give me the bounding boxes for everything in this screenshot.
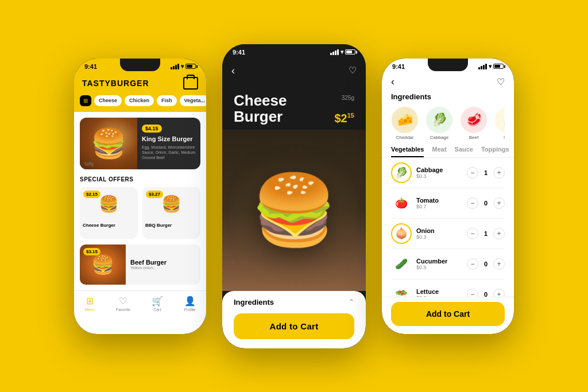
- lettuce-info: Lettuce $0.2: [416, 288, 462, 297]
- signal-3: [478, 64, 487, 69]
- onion-minus[interactable]: −: [467, 228, 478, 239]
- phone-3-screen: 9:41 ▾ ‹ ♡ Ingredients: [382, 59, 514, 334]
- wifi-3: ▾: [489, 63, 492, 69]
- p2-add-to-cart-btn[interactable]: Add to Cart: [234, 313, 354, 339]
- phone-1: 9:41 ▾ TASTYBURGER: [74, 59, 206, 334]
- beef-name: Beef Burger: [130, 259, 167, 266]
- status-icons-1: ▾: [171, 63, 196, 69]
- cabbage-qty-control: − 1 +: [467, 167, 505, 178]
- cabbage-qty: 1: [483, 169, 489, 176]
- p3-ingredients-area: Ingredients 🧀 Cheddar 🥬 Cabbage 🥩 Beef: [382, 90, 514, 140]
- nav-favorite[interactable]: ♡ Favorite: [116, 296, 130, 312]
- lettuce-plus[interactable]: +: [493, 289, 505, 297]
- sauce-label: Sa...: [504, 135, 505, 140]
- cabbage-img: 🥬: [426, 107, 452, 133]
- nav-profile[interactable]: 👤 Profile: [184, 296, 196, 312]
- onion-veg-img: 🧅: [391, 223, 412, 244]
- tab-toppings[interactable]: Toppings: [481, 146, 509, 157]
- tomato-plus[interactable]: +: [493, 197, 505, 209]
- phone-2-screen: 9:41 ▾ ‹ ♡ CheeseBurger 32: [222, 44, 366, 348]
- nav-menu[interactable]: ⊞ Menu: [84, 296, 95, 312]
- special-cheese-name: Cheese Burger: [80, 222, 138, 229]
- featured-card[interactable]: 🍔 $4.15 King Size Burger Egg, Mustard, W…: [80, 118, 200, 169]
- cat-veg[interactable]: Vegeta...: [180, 95, 206, 106]
- time-2: 9:41: [233, 49, 245, 56]
- onion-qty-control: − 1 +: [467, 228, 505, 239]
- cat-cheese[interactable]: Cheese: [94, 95, 122, 106]
- p3-tabs: Vegetables Meat Sauce Toppings: [382, 140, 514, 158]
- ingredient-circles: 🧀 Cheddar 🥬 Cabbage 🥩 Beef 🧂 Sa...: [391, 107, 505, 140]
- featured-price: $4.15: [142, 125, 162, 133]
- favorite-label: Favorite: [116, 308, 130, 312]
- beef-card[interactable]: 🍔 $3.15 Beef Burger Yellow onion...: [80, 244, 200, 285]
- phone-2: 9:41 ▾ ‹ ♡ CheeseBurger 32: [222, 44, 366, 348]
- p3-back-btn[interactable]: ‹: [391, 76, 394, 88]
- cabbage-name: Cabbage: [416, 166, 462, 173]
- p2-ingredients-row: Ingredients ⌃: [234, 298, 354, 306]
- bag-icon[interactable]: [183, 77, 198, 90]
- cabbage-minus[interactable]: −: [467, 167, 478, 178]
- time-1: 9:41: [84, 63, 97, 70]
- veg-list: 🥬 Cabbage $0.3 − 1 + 🍅 Tomato: [382, 158, 514, 297]
- special-bbq-price: $3.27: [146, 191, 163, 198]
- all-categories-btn[interactable]: ⊞: [80, 95, 91, 106]
- favorite-icon: ♡: [119, 296, 127, 306]
- p2-burger-container: 🍔: [222, 130, 366, 291]
- special-bbq[interactable]: 🍔 BBQ Burger $3.27: [142, 187, 200, 239]
- tab-sauce[interactable]: Sauce: [455, 146, 473, 157]
- cat-fish[interactable]: Fish: [157, 95, 177, 106]
- onion-info: Onion $0.3: [416, 227, 462, 240]
- ing-cabbage[interactable]: 🥬 Cabbage: [425, 107, 453, 140]
- onion-plus[interactable]: +: [493, 228, 505, 239]
- lettuce-minus[interactable]: −: [467, 289, 478, 297]
- ing-cheddar[interactable]: 🧀 Cheddar: [391, 107, 419, 140]
- special-cheese[interactable]: 🍔 Cheese Burger $2.15: [80, 187, 138, 239]
- tomato-info: Tomato $0.7: [416, 197, 462, 209]
- p3-add-to-cart-btn[interactable]: Add to Cart: [391, 302, 505, 326]
- menu-label: Menu: [84, 308, 95, 312]
- onion-price: $0.3: [416, 234, 462, 240]
- tomato-minus[interactable]: −: [467, 197, 478, 209]
- p2-weight: 325g: [342, 95, 354, 101]
- cucumber-minus[interactable]: −: [467, 258, 478, 270]
- status-icons-3: ▾: [478, 63, 504, 69]
- cabbage-info: Cabbage $0.3: [416, 166, 462, 179]
- onion-qty: 1: [483, 230, 489, 237]
- featured-weight: 525g: [84, 162, 94, 166]
- cucumber-qty: 0: [483, 261, 489, 267]
- notch-2: [274, 44, 314, 57]
- p2-chevron-up[interactable]: ⌃: [349, 298, 354, 306]
- p1-main: TASTYBURGER ⊞ Cheese Chicken Fish Vegeta…: [74, 72, 206, 334]
- lettuce-name: Lettuce: [416, 288, 462, 295]
- cheddar-label: Cheddar: [396, 135, 414, 140]
- profile-label: Profile: [184, 308, 196, 312]
- ing-sauce[interactable]: 🧂 Sa...: [494, 107, 505, 140]
- featured-name: King Size Burger: [142, 135, 196, 143]
- cheddar-img: 🧀: [392, 107, 418, 133]
- ing-beef[interactable]: 🥩 Beef: [460, 107, 488, 140]
- nav-cart[interactable]: 🛒 Cart: [152, 296, 163, 312]
- tab-meat[interactable]: Meat: [432, 146, 446, 157]
- cat-chicken[interactable]: Chicken: [125, 95, 154, 106]
- p2-back-btn[interactable]: ‹: [231, 65, 235, 77]
- cart-label: Cart: [153, 308, 161, 312]
- cabbage-price: $0.3: [416, 173, 462, 179]
- cucumber-price: $0.5: [416, 265, 462, 270]
- cucumber-plus[interactable]: +: [493, 258, 505, 270]
- menu-icon: ⊞: [86, 296, 94, 306]
- p3-heart-btn[interactable]: ♡: [497, 76, 505, 87]
- special-offers-title: SPECIAL OFFERS: [80, 176, 200, 183]
- tab-vegetables[interactable]: Vegetables: [391, 146, 424, 157]
- categories-bar: ⊞ Cheese Chicken Fish Vegeta...: [74, 95, 206, 112]
- onion-name: Onion: [416, 227, 462, 234]
- cucumber-veg-img: 🥒: [391, 254, 412, 274]
- status-icons-2: ▾: [330, 49, 355, 55]
- lettuce-qty: 0: [483, 291, 489, 297]
- p2-ingredients-label: Ingredients: [234, 298, 274, 306]
- p2-heart-btn[interactable]: ♡: [349, 65, 357, 77]
- p2-bottom-sheet: Ingredients ⌃ Add to Cart: [222, 291, 366, 348]
- tomato-name: Tomato: [416, 197, 462, 204]
- p3-footer: Add to Cart: [382, 297, 514, 334]
- veg-cucumber-row: 🥒 Cucumber $0.5 − 0 +: [391, 249, 505, 280]
- cabbage-plus[interactable]: +: [493, 167, 505, 178]
